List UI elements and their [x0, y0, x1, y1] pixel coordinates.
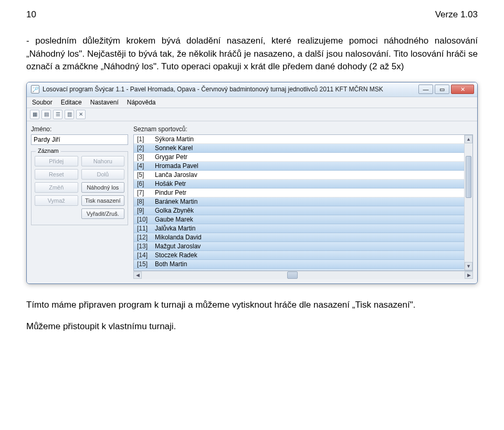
- app-icon: 🏸: [31, 85, 39, 93]
- list-index: [10]: [137, 216, 155, 223]
- list-index: [4]: [137, 162, 155, 170]
- jmeno-label: Jméno:: [31, 125, 128, 133]
- paragraph-2: Tímto máme připraven program k turnaji a…: [26, 299, 478, 312]
- list-item[interactable]: [1]Sýkora Martin: [134, 135, 472, 144]
- zaznam-group-title: Záznam: [36, 148, 61, 154]
- paragraph-3: Můžeme přistoupit k vlastnímu turnaji.: [26, 320, 478, 333]
- scroll-right-icon[interactable]: ▶: [465, 271, 473, 279]
- list-name: Sonnek Karel: [155, 144, 193, 152]
- window-title: Losovací program Švýcar 1.1 - Pavel Hrom…: [43, 86, 383, 93]
- list-name: Sýkora Martin: [155, 135, 194, 143]
- paragraph-1: - posledním důležitým krokem bývá doladě…: [26, 35, 478, 74]
- vyradit-button[interactable]: Vyřadit/Zruš.: [81, 208, 125, 219]
- list-item[interactable]: [5]Lanča Jaroslav: [134, 171, 472, 180]
- list-name: Pindur Petr: [155, 189, 186, 196]
- menu-editace[interactable]: Editace: [61, 99, 82, 106]
- zaznam-group: Záznam Přidej Nahoru Reset Dolů Změň Náh…: [31, 151, 128, 225]
- toolbar-icon-3[interactable]: ☰: [53, 110, 62, 119]
- window-titlebar: 🏸 Losovací program Švýcar 1.1 - Pavel Hr…: [27, 82, 477, 97]
- list-item[interactable]: [14]Stoczek Radek: [134, 251, 472, 260]
- close-button[interactable]: ✕: [451, 85, 474, 94]
- vertical-scrollbar[interactable]: ▲ ▼: [464, 135, 472, 270]
- list-name: Mikolanda David: [155, 234, 202, 241]
- vymaz-button[interactable]: Vymaž: [35, 195, 78, 206]
- horizontal-scrollbar[interactable]: ◀ ▶: [133, 271, 473, 279]
- list-name: Lanča Jaroslav: [155, 171, 197, 179]
- list-index: [9]: [137, 207, 155, 214]
- toolbar-icon-1[interactable]: ▦: [30, 110, 39, 119]
- zmen-button[interactable]: Změň: [35, 182, 78, 193]
- menu-nastaveni[interactable]: Nastavení: [90, 99, 119, 106]
- version-label: Verze 1.03: [435, 9, 478, 20]
- list-name: Mažgut Jaroslav: [155, 243, 201, 250]
- list-index: [2]: [137, 144, 155, 152]
- list-name: Stoczek Radek: [155, 251, 197, 259]
- list-item[interactable]: [4]Hromada Pavel: [134, 162, 472, 171]
- list-index: [1]: [137, 135, 155, 143]
- list-item[interactable]: [11]Jalůvka Martin: [134, 224, 472, 233]
- list-index: [6]: [137, 180, 155, 187]
- scroll-thumb-h[interactable]: [287, 271, 298, 279]
- list-name: Baránek Martin: [155, 198, 197, 205]
- toolbar-icon-4[interactable]: ▥: [65, 110, 74, 119]
- app-screenshot: 🏸 Losovací program Švýcar 1.1 - Pavel Hr…: [26, 82, 478, 284]
- dolu-button[interactable]: Dolů: [81, 169, 125, 180]
- list-index: [3]: [137, 153, 155, 161]
- page-number: 10: [26, 9, 36, 20]
- list-item[interactable]: [12]Mikolanda David: [134, 233, 472, 242]
- jmeno-input[interactable]: [31, 134, 128, 145]
- list-name: Gaube Marek: [155, 216, 193, 223]
- menu-soubor[interactable]: Soubor: [32, 99, 52, 106]
- scroll-down-icon[interactable]: ▼: [465, 262, 472, 270]
- scroll-thumb-v[interactable]: [466, 156, 471, 198]
- list-item[interactable]: [2]Sonnek Karel: [134, 144, 472, 153]
- list-item[interactable]: [10]Gaube Marek: [134, 215, 472, 224]
- list-item[interactable]: [8]Baránek Martin: [134, 197, 472, 206]
- list-item[interactable]: [13]Mažgut Jaroslav: [134, 242, 472, 251]
- toolbar-icon-5[interactable]: ✕: [76, 110, 86, 119]
- list-name: Jalůvka Martin: [155, 225, 195, 232]
- nahodny-los-button[interactable]: Náhodný los: [81, 182, 125, 193]
- nahoru-button[interactable]: Nahoru: [81, 156, 125, 166]
- pridej-button[interactable]: Přidej: [35, 156, 78, 166]
- list-name: Golka Zbyněk: [155, 207, 194, 214]
- list-item[interactable]: [15]Both Martin: [134, 260, 472, 269]
- scroll-up-icon[interactable]: ▲: [465, 135, 472, 143]
- list-index: [14]: [137, 251, 155, 259]
- toolbar: ▦ ▤ ☰ ▥ ✕: [27, 108, 477, 121]
- menu-bar: Soubor Editace Nastavení Nápověda: [27, 97, 477, 108]
- list-name: Hromada Pavel: [155, 162, 198, 170]
- scroll-left-icon[interactable]: ◀: [133, 271, 142, 279]
- list-item[interactable]: [6]Hošák Petr: [134, 180, 472, 188]
- list-name: Hošák Petr: [155, 180, 186, 187]
- list-item[interactable]: [9]Golka Zbyněk: [134, 206, 472, 215]
- menu-napoveda[interactable]: Nápověda: [127, 99, 156, 106]
- minimize-button[interactable]: —: [418, 85, 433, 94]
- list-name: Both Martin: [155, 260, 187, 268]
- list-index: [13]: [137, 243, 155, 250]
- tisk-nasazeni-button[interactable]: Tisk nasazení: [81, 195, 125, 206]
- list-index: [15]: [137, 260, 155, 268]
- list-index: [7]: [137, 189, 155, 196]
- list-index: [11]: [137, 225, 155, 232]
- list-index: [8]: [137, 198, 155, 205]
- player-list[interactable]: [1]Sýkora Martin[2]Sonnek Karel[3]Grygar…: [133, 134, 473, 271]
- seznam-label: Seznam sportovců:: [133, 125, 473, 133]
- reset-button[interactable]: Reset: [35, 169, 78, 180]
- list-index: [5]: [137, 171, 155, 179]
- list-item[interactable]: [7]Pindur Petr: [134, 188, 472, 197]
- list-index: [12]: [137, 234, 155, 241]
- list-name: Grygar Petr: [155, 153, 187, 161]
- list-item[interactable]: [3]Grygar Petr: [134, 153, 472, 162]
- toolbar-icon-2[interactable]: ▤: [41, 110, 51, 119]
- maximize-button[interactable]: ▭: [435, 85, 449, 94]
